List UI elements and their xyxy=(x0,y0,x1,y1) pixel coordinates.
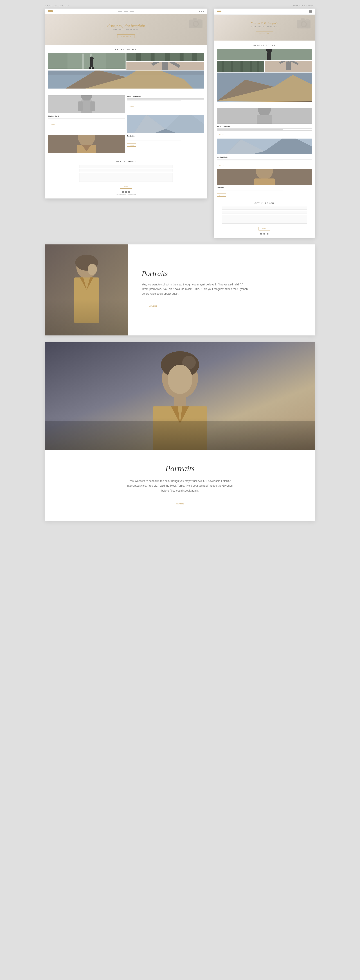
mother-large-description: Yes, we went to school in the sea, thoug… xyxy=(124,479,236,493)
bottom-sections: Portraits Yes, we went to school in the … xyxy=(45,245,315,528)
text-line xyxy=(127,138,204,138)
svg-rect-59 xyxy=(241,60,243,72)
mobile-hero-content: Free portfolio template for photographer… xyxy=(217,21,311,35)
portraits-large-title: Portraits xyxy=(142,269,301,278)
svg-rect-19 xyxy=(192,53,197,61)
svg-rect-16 xyxy=(151,53,155,61)
portraits-large-image xyxy=(45,245,128,336)
social-icon[interactable] xyxy=(201,11,202,12)
bw-more-button[interactable]: MORE xyxy=(127,105,136,108)
contact-name-field[interactable] xyxy=(79,165,173,168)
bw-collection-image xyxy=(48,95,125,113)
portraits-image xyxy=(48,135,125,153)
page-wrapper: DESKTOP LAYOUT MOBILE LAYOUT xyxy=(0,0,360,532)
contact-message-field[interactable] xyxy=(79,173,173,182)
portraits-text: Portraits MORE xyxy=(127,135,204,147)
text-line xyxy=(217,160,283,161)
text-line xyxy=(127,139,181,139)
text-line xyxy=(48,118,125,118)
desktop-content-sections: B&W Collection MORE Mothe xyxy=(45,93,207,157)
mother-large-section: Portraits Yes, we went to school in the … xyxy=(45,342,315,521)
mobile-contact-message[interactable] xyxy=(222,215,307,224)
footer-facebook-icon[interactable] xyxy=(122,191,124,192)
mobile-instagram-icon[interactable] xyxy=(266,233,268,234)
mobile-photo-dancer xyxy=(265,60,312,72)
hero-title: Free portfolio template xyxy=(49,23,203,28)
mother-large-more-button[interactable]: MORE xyxy=(169,500,191,508)
mobile-twitter-icon[interactable] xyxy=(263,233,265,234)
mobile-contact-send-button[interactable]: SEND xyxy=(259,227,270,231)
text-line xyxy=(127,101,204,101)
text-line xyxy=(217,129,283,130)
mobile-photo-row-2 xyxy=(217,60,312,72)
mobile-portraits-title: Portraits xyxy=(217,187,312,189)
mobile-facebook-icon[interactable] xyxy=(260,233,262,234)
hero-discover-button[interactable]: DISCOVER xyxy=(117,35,135,38)
svg-rect-12 xyxy=(92,67,94,69)
mobile-photo-grid xyxy=(217,49,312,102)
mother-large-content: Portraits Yes, we went to school in the … xyxy=(45,450,315,521)
mother-large-image xyxy=(45,342,315,450)
portraits-large-more-button[interactable]: MORE xyxy=(142,303,164,310)
nav-link[interactable] xyxy=(118,11,122,12)
svg-rect-55 xyxy=(267,53,271,60)
text-line xyxy=(127,100,181,100)
mobile-portraits-more-button[interactable]: MORE xyxy=(217,194,226,197)
footer-twitter-icon[interactable] xyxy=(125,191,127,192)
mobile-hero: Free portfolio template for photographer… xyxy=(214,14,315,41)
svg-rect-36 xyxy=(78,101,82,111)
svg-rect-6 xyxy=(68,53,106,69)
mobile-contact-form xyxy=(217,207,312,224)
mobile-contact-email[interactable] xyxy=(222,211,307,214)
nav-logo xyxy=(48,10,52,12)
svg-rect-57 xyxy=(222,60,224,72)
svg-point-91 xyxy=(168,365,192,394)
social-icon[interactable] xyxy=(199,11,200,12)
mobile-bw-title: B&W Collection xyxy=(217,126,312,127)
contact-send-button[interactable]: SEND xyxy=(120,185,132,189)
desktop-recent-works: Recent works xyxy=(45,45,207,93)
mother-earth-more-button[interactable]: MORE xyxy=(48,123,57,126)
contact-email-field[interactable] xyxy=(79,169,173,172)
mobile-contact-name[interactable] xyxy=(222,207,307,210)
mother-earth-text: Mother Earth MORE xyxy=(48,115,125,126)
portraits-more-button[interactable]: MORE xyxy=(127,143,136,147)
svg-rect-52 xyxy=(306,19,309,21)
mother-earth-row: Mother Earth MORE xyxy=(48,115,204,133)
footer-instagram-icon[interactable] xyxy=(128,191,130,192)
mobile-recent-works: Recent works xyxy=(214,41,315,106)
svg-rect-22 xyxy=(162,62,168,70)
nav-link[interactable] xyxy=(130,11,134,12)
svg-rect-82 xyxy=(74,277,99,323)
svg-rect-96 xyxy=(45,421,315,450)
svg-rect-18 xyxy=(180,53,184,61)
portraits-large-section: Portraits Yes, we went to school in the … xyxy=(45,245,315,336)
svg-rect-78 xyxy=(254,178,275,185)
nav-links xyxy=(118,11,134,12)
layout-labels: DESKTOP LAYOUT MOBILE LAYOUT xyxy=(45,5,315,7)
mother-earth-description xyxy=(48,118,125,120)
mobile-mother-description xyxy=(217,159,312,161)
social-icon[interactable] xyxy=(203,11,204,12)
svg-rect-72 xyxy=(257,115,272,124)
bw-collection-text: B&W Collection MORE xyxy=(127,95,204,108)
hamburger-icon[interactable] xyxy=(309,10,312,13)
footer-copyright: © 2018 Photography. All rights reserved. xyxy=(48,194,204,195)
mobile-mountains-image xyxy=(217,138,312,154)
photo-cliff xyxy=(48,70,204,89)
svg-rect-15 xyxy=(136,53,141,61)
desktop-nav xyxy=(45,9,207,14)
mobile-bw-more-button[interactable]: MORE xyxy=(217,133,226,136)
text-line xyxy=(217,191,283,191)
nav-link[interactable] xyxy=(124,11,128,12)
text-line xyxy=(127,140,204,140)
text-line xyxy=(127,99,204,100)
mobile-nav-logo xyxy=(217,11,221,13)
mother-earth-image xyxy=(127,115,204,133)
mobile-hero-discover-button[interactable]: DISCOVER xyxy=(255,32,273,35)
nav-social xyxy=(199,11,204,12)
mobile-contact-title: Get in touch xyxy=(217,202,312,204)
mobile-mother-more-button[interactable]: MORE xyxy=(217,164,226,167)
mobile-contact: Get in touch SEND xyxy=(214,199,315,238)
svg-rect-93 xyxy=(153,406,207,450)
